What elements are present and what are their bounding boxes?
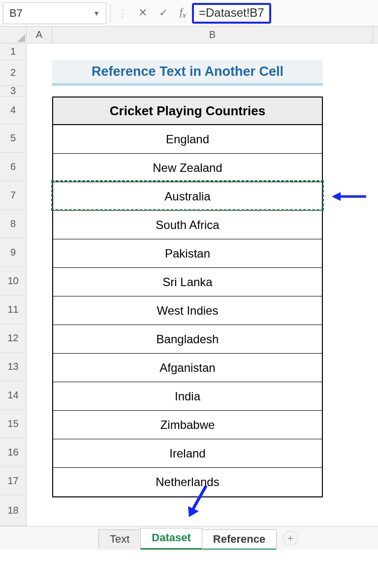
cell-value: South Africa [156, 218, 219, 232]
svg-marker-4 [188, 506, 199, 517]
svg-marker-0 [17, 34, 25, 42]
row-header[interactable]: 13 [0, 353, 26, 381]
row-label: 12 [7, 332, 18, 344]
cell-value: Pakistan [165, 247, 210, 261]
row-header[interactable]: 14 [0, 381, 26, 410]
row-header[interactable]: 11 [0, 295, 26, 324]
row-headers: 1 2 3 4 5 6 7 8 9 10 11 12 13 14 15 16 1… [0, 43, 27, 526]
cell-value: Netherlands [156, 475, 219, 489]
row-header[interactable]: 12 [0, 324, 26, 353]
enter-icon[interactable]: ✓ [159, 7, 168, 18]
row-header[interactable]: 2 [0, 60, 26, 86]
cell-value: Zimbabwe [160, 418, 215, 432]
table-row[interactable]: Afganistan [53, 354, 322, 382]
tab-label: Text [110, 533, 129, 545]
svg-marker-2 [332, 192, 341, 201]
table-row[interactable]: New Zealand [53, 154, 322, 182]
row-header[interactable]: 16 [0, 438, 26, 467]
page-title-text: Reference Text in Another Cell [92, 64, 284, 79]
formula-text: =Dataset!B7 [199, 6, 264, 19]
row-header[interactable]: 10 [0, 267, 26, 295]
row-header[interactable]: 3 [0, 86, 26, 97]
worksheet-grid: 1 2 3 4 5 6 7 8 9 10 11 12 13 14 15 16 1… [0, 43, 378, 526]
row-label: 11 [7, 304, 18, 315]
row-header[interactable]: 4 [0, 97, 26, 124]
table-row[interactable]: Sri Lanka [53, 268, 322, 296]
formula-input[interactable]: =Dataset!B7 [192, 3, 271, 24]
table-header-text: Cricket Playing Countries [110, 103, 265, 119]
row-label: 14 [7, 390, 18, 401]
row-header[interactable]: 6 [0, 153, 26, 181]
table-row[interactable]: South Africa [53, 211, 322, 239]
name-box[interactable]: B7 ▼ [3, 2, 106, 24]
row-label: 6 [10, 161, 16, 172]
cell-value: Sri Lanka [162, 275, 212, 289]
row-header[interactable]: 7 [0, 181, 26, 210]
page-title[interactable]: Reference Text in Another Cell [52, 60, 323, 86]
row-label: 15 [7, 418, 18, 429]
formula-input-wrap: =Dataset!B7 [189, 3, 375, 24]
column-header-B[interactable]: B [52, 27, 373, 43]
row-label: 5 [10, 132, 16, 144]
row-header[interactable]: 5 [0, 124, 26, 153]
row-header[interactable]: 8 [0, 210, 26, 238]
row-label: 17 [7, 475, 18, 487]
col-B-label: B [209, 29, 216, 40]
table-row[interactable]: England [53, 125, 322, 154]
table-row[interactable]: Bangladesh [53, 325, 322, 354]
countries-table: Cricket Playing Countries England New Ze… [52, 97, 323, 497]
cancel-icon[interactable]: ✕ [138, 7, 147, 18]
row-label: 9 [10, 247, 16, 258]
table-row[interactable]: West Indies [53, 296, 322, 325]
tab-label: Reference [213, 533, 265, 545]
row-label: 13 [7, 361, 18, 372]
table-header[interactable]: Cricket Playing Countries [53, 98, 322, 125]
col-A-label: A [36, 29, 42, 40]
row-header[interactable]: 17 [0, 467, 26, 495]
sheet-tab-text[interactable]: Text [98, 529, 141, 550]
formula-bar: B7 ▼ ⋮ ✕ ✓ fx =Dataset!B7 [0, 0, 378, 27]
row-label: 4 [10, 104, 16, 116]
cell-value: Ireland [169, 447, 205, 460]
expand-icon[interactable]: ⋮ [118, 8, 126, 18]
cell-value: England [166, 132, 209, 146]
cell-value: Bangladesh [157, 332, 219, 346]
row-label: 18 [7, 505, 18, 516]
cell-value: Australia [164, 190, 210, 203]
row-label: 2 [10, 67, 16, 78]
row-header[interactable]: 18 [0, 495, 26, 526]
tab-label: Dataset [152, 531, 190, 544]
row-label: 8 [10, 218, 16, 229]
table-row[interactable]: Zimbabwe [53, 411, 322, 439]
select-all-corner[interactable] [0, 27, 27, 43]
cell-value: Afganistan [159, 361, 215, 375]
cell-value: West Indies [157, 304, 219, 318]
row-label: 16 [7, 447, 18, 458]
cell-value: New Zealand [153, 161, 222, 175]
table-row[interactable]: Netherlands [53, 468, 322, 496]
arrow-left-icon [332, 191, 366, 202]
sheet-tab-strip: Text Dataset Reference ＋ [0, 526, 378, 550]
row-header[interactable]: 1 [0, 43, 26, 60]
row-label: 7 [10, 190, 16, 201]
sheet-tab-reference[interactable]: Reference [202, 529, 277, 550]
column-headers: A B [0, 27, 378, 43]
row-header[interactable]: 9 [0, 238, 26, 267]
column-header-edge [373, 27, 378, 43]
sheet-tab-dataset[interactable]: Dataset [140, 528, 202, 550]
table-row[interactable]: India [53, 382, 322, 411]
divider [110, 4, 111, 23]
column-header-A[interactable]: A [27, 27, 52, 43]
table-row[interactable]: Australia [53, 182, 322, 211]
table-row[interactable]: Pakistan [53, 239, 322, 268]
chevron-down-icon: ▼ [93, 9, 100, 17]
new-sheet-button[interactable]: ＋ [283, 531, 298, 546]
sheet-area[interactable]: Reference Text in Another Cell Cricket P… [27, 43, 378, 526]
row-label: 10 [7, 275, 18, 287]
row-header[interactable]: 15 [0, 410, 26, 438]
fx-icon[interactable]: fx [180, 7, 186, 20]
select-all-icon [17, 34, 25, 42]
plus-icon: ＋ [285, 531, 295, 545]
table-row[interactable]: Ireland [53, 439, 322, 468]
content-column: Reference Text in Another Cell Cricket P… [52, 60, 323, 497]
